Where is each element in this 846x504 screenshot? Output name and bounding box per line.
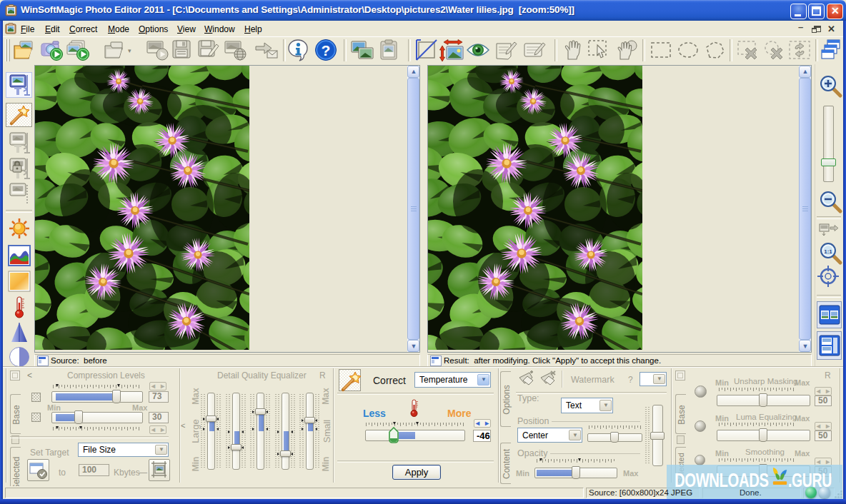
svg-text:1:1: 1:1 [824,248,832,255]
svg-text:?: ? [322,42,331,59]
